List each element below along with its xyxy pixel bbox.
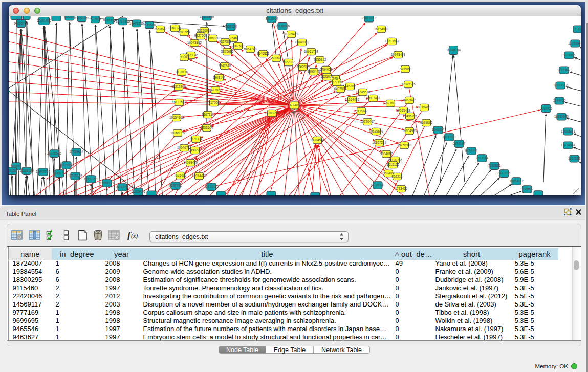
svg-text:10958127: 10958127 [100, 181, 115, 185]
svg-text:12093872: 12093872 [553, 83, 568, 87]
svg-text:98961: 98961 [180, 55, 189, 59]
svg-text:18300295: 18300295 [265, 111, 279, 115]
svg-text:7955812: 7955812 [314, 58, 326, 61]
svg-text:9084067: 9084067 [380, 152, 393, 156]
svg-text:1362615: 1362615 [297, 65, 310, 69]
svg-text:1145190: 1145190 [53, 171, 66, 175]
svg-text:9227342: 9227342 [558, 68, 571, 72]
svg-text:23226053: 23226053 [197, 29, 212, 32]
svg-text:9242848: 9242848 [219, 64, 231, 68]
svg-text:2718176: 2718176 [176, 70, 188, 74]
svg-text:10025438: 10025438 [396, 108, 411, 112]
svg-text:252214: 252214 [391, 174, 403, 178]
svg-text:16640910: 16640910 [295, 40, 310, 44]
svg-text:13751074: 13751074 [568, 41, 581, 45]
svg-text:19166825: 19166825 [170, 131, 185, 135]
svg-text:17359924: 17359924 [69, 150, 84, 154]
svg-text:2803144: 2803144 [213, 76, 226, 79]
svg-text:30975867: 30975867 [59, 163, 74, 167]
svg-text:7546: 7546 [230, 36, 237, 40]
svg-text:10653267: 10653267 [75, 16, 90, 20]
svg-text:6466160: 6466160 [103, 18, 116, 22]
svg-text:3267110: 3267110 [202, 113, 214, 116]
svg-text:14055721: 14055721 [14, 21, 29, 25]
svg-text:1527602: 1527602 [89, 17, 102, 21]
svg-text:20037: 20037 [65, 16, 74, 18]
svg-text:6879197: 6879197 [453, 142, 466, 145]
svg-text:9329966: 9329966 [563, 53, 576, 57]
svg-text:9463627: 9463627 [403, 98, 416, 102]
svg-text:1733426: 1733426 [395, 187, 408, 190]
svg-text:11568129: 11568129 [19, 169, 34, 172]
svg-text:10120746: 10120746 [388, 158, 403, 162]
svg-text:10719155: 10719155 [116, 19, 130, 23]
svg-text:1822037: 1822037 [282, 60, 295, 64]
svg-text:16671355: 16671355 [129, 21, 144, 25]
svg-text:8186328: 8186328 [207, 36, 220, 40]
svg-text:9699695: 9699695 [420, 121, 433, 124]
svg-text:12213369: 12213369 [171, 85, 186, 89]
svg-text:7485063: 7485063 [399, 67, 412, 71]
svg-text:1588520: 1588520 [270, 56, 283, 60]
svg-text:19654963: 19654963 [169, 116, 184, 119]
svg-text:7632621: 7632621 [488, 164, 501, 167]
svg-text:1167533: 1167533 [568, 157, 581, 160]
svg-text:13716485: 13716485 [204, 185, 219, 188]
svg-text:6794028: 6794028 [320, 68, 333, 71]
svg-text:745: 745 [333, 77, 338, 80]
svg-text:14099489: 14099489 [183, 161, 198, 164]
svg-text:9827506: 9827506 [194, 34, 207, 37]
svg-text:15720407: 15720407 [360, 120, 375, 123]
svg-text:11325419: 11325419 [284, 32, 298, 36]
svg-text:20206526: 20206526 [47, 151, 62, 155]
svg-text:2933114: 2933114 [476, 156, 489, 160]
svg-text:1621072: 1621072 [321, 75, 334, 78]
svg-text:20876812: 20876812 [362, 16, 377, 20]
svg-text:8471636: 8471636 [498, 171, 511, 175]
svg-text:9777169: 9777169 [331, 80, 343, 84]
svg-text:10654112: 10654112 [509, 179, 524, 183]
svg-text:7515526: 7515526 [143, 23, 156, 27]
svg-text:1615132: 1615132 [387, 163, 400, 166]
svg-text:8912954: 8912954 [178, 30, 191, 34]
svg-text:9474444: 9474444 [465, 149, 478, 152]
svg-text:16107552: 16107552 [172, 100, 187, 104]
svg-text:9657791: 9657791 [169, 184, 182, 187]
svg-text:12942757: 12942757 [36, 170, 51, 173]
svg-text:16914479: 16914479 [192, 174, 207, 178]
svg-text:3215956: 3215956 [540, 106, 553, 110]
svg-text:7986322: 7986322 [355, 109, 368, 113]
svg-text:16961758: 16961758 [304, 50, 319, 53]
svg-text:18724007: 18724007 [287, 103, 302, 107]
svg-text:19384554: 19384554 [310, 138, 325, 142]
svg-text:16648784: 16648784 [446, 48, 461, 52]
svg-text:9115460: 9115460 [418, 105, 431, 109]
svg-text:(x): (x) [131, 232, 138, 239]
svg-text:39158: 39158 [9, 169, 17, 172]
svg-text:17016504: 17016504 [561, 143, 576, 147]
svg-text:18807249: 18807249 [372, 141, 387, 144]
svg-text:7357224: 7357224 [225, 25, 237, 28]
svg-text:16210643: 16210643 [554, 115, 569, 118]
svg-text:8678334: 8678334 [190, 137, 203, 141]
svg-text:3875685: 3875685 [221, 50, 234, 53]
svg-text:8990448: 8990448 [308, 70, 320, 73]
svg-text:13495796: 13495796 [403, 114, 418, 118]
svg-text:16033809: 16033809 [200, 16, 214, 18]
svg-text:16245514: 16245514 [356, 90, 371, 94]
svg-text:19654923: 19654923 [402, 129, 417, 133]
svg-text:12923446: 12923446 [131, 190, 146, 193]
svg-text:1353504: 1353504 [201, 126, 213, 129]
svg-text:16543382: 16543382 [187, 41, 202, 45]
svg-text:14136141: 14136141 [371, 183, 385, 187]
svg-text:10688609: 10688609 [369, 129, 384, 133]
svg-text:10973493: 10973493 [391, 53, 406, 56]
svg-text:8813054: 8813054 [266, 17, 278, 20]
svg-text:8498222: 8498222 [189, 148, 202, 152]
svg-text:817006: 817006 [208, 101, 220, 104]
svg-text:19756928: 19756928 [397, 143, 412, 147]
svg-text:6497508: 6497508 [334, 87, 347, 91]
svg-text:8938913: 8938913 [443, 135, 456, 139]
svg-text:1244415: 1244415 [553, 99, 566, 102]
svg-text:19218506: 19218506 [275, 24, 290, 28]
